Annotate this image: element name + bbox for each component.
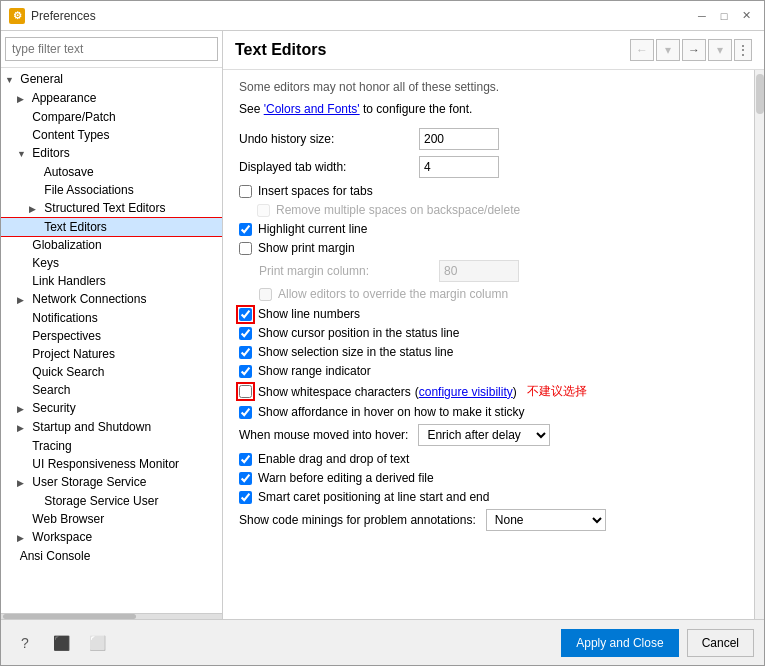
sidebar-item-editors[interactable]: ▼ Editors <box>1 144 222 163</box>
menu-button[interactable]: ⋮ <box>734 39 752 61</box>
show-whitespace-label: Show whitespace characters <box>258 385 411 399</box>
tab-width-label: Displayed tab width: <box>239 160 419 174</box>
back-button[interactable]: ← <box>630 39 654 61</box>
undo-history-row: Undo history size: <box>239 128 738 150</box>
enable-drag-drop-label: Enable drag and drop of text <box>258 452 409 466</box>
configure-visibility-link[interactable]: configure visibility <box>419 385 513 399</box>
insert-spaces-checkbox[interactable] <box>239 185 252 198</box>
maximize-button[interactable]: □ <box>714 7 734 25</box>
allow-override-checkbox[interactable] <box>259 288 272 301</box>
import-button[interactable]: ⬜ <box>83 629 111 657</box>
content-body: Some editors may not honor all of these … <box>223 70 754 619</box>
link-line: See 'Colors and Fonts' to configure the … <box>239 102 738 116</box>
sidebar-item-ansi-console[interactable]: Ansi Console <box>1 547 222 565</box>
sidebar-label-perspectives: Perspectives <box>32 329 101 343</box>
show-affordance-checkbox[interactable] <box>239 406 252 419</box>
show-print-margin-checkbox[interactable] <box>239 242 252 255</box>
print-margin-input[interactable] <box>439 260 519 282</box>
code-minings-row: Show code minings for problem annotation… <box>239 509 738 531</box>
show-whitespace-checkbox[interactable] <box>239 385 252 398</box>
sidebar-item-perspectives[interactable]: Perspectives <box>1 327 222 345</box>
export-button[interactable]: ⬛ <box>47 629 75 657</box>
remove-spaces-checkbox[interactable] <box>257 204 270 217</box>
sidebar-label-editors: Editors <box>32 146 69 160</box>
expand-icon-general: ▼ <box>5 71 17 89</box>
undo-history-label: Undo history size: <box>239 132 419 146</box>
enable-drag-drop-row: Enable drag and drop of text <box>239 452 738 466</box>
link-suffix: to configure the font. <box>360 102 473 116</box>
sidebar-item-link-handlers[interactable]: Link Handlers <box>1 272 222 290</box>
apply-close-button[interactable]: Apply and Close <box>561 629 678 657</box>
highlight-line-checkbox[interactable] <box>239 223 252 236</box>
sidebar-label-appearance: Appearance <box>32 91 97 105</box>
sidebar-item-workspace[interactable]: ▶ Workspace <box>1 528 222 547</box>
footer-actions: Apply and Close Cancel <box>561 629 754 657</box>
sidebar-label-network: Network Connections <box>32 292 146 306</box>
forward-button[interactable]: → <box>682 39 706 61</box>
sidebar-item-structured-text-editors[interactable]: ▶ Structured Text Editors <box>1 199 222 218</box>
sidebar-item-quick-search[interactable]: Quick Search <box>1 363 222 381</box>
help-button[interactable]: ? <box>11 629 39 657</box>
link-prefix: See <box>239 102 264 116</box>
sidebar-item-startup-shutdown[interactable]: ▶ Startup and Shutdown <box>1 418 222 437</box>
sidebar-item-web-browser[interactable]: Web Browser <box>1 510 222 528</box>
sidebar-item-tracing[interactable]: Tracing <box>1 437 222 455</box>
show-selection-size-label: Show selection size in the status line <box>258 345 453 359</box>
sidebar-label-search: Search <box>32 383 70 397</box>
allow-override-row: Allow editors to override the margin col… <box>239 287 738 301</box>
show-line-numbers-checkbox[interactable] <box>239 308 252 321</box>
sidebar-item-general[interactable]: ▼ General <box>1 70 222 89</box>
scrollbar-thumb-v <box>756 74 764 114</box>
footer-icons: ? ⬛ ⬜ <box>11 629 111 657</box>
tree-container[interactable]: ▼ General ▶ Appearance Compare/Patch Con… <box>1 68 222 613</box>
vertical-scrollbar[interactable] <box>754 70 764 619</box>
sidebar-label-file-assoc: File Associations <box>44 183 133 197</box>
show-range-indicator-checkbox[interactable] <box>239 365 252 378</box>
enable-drag-drop-checkbox[interactable] <box>239 453 252 466</box>
sidebar-item-security[interactable]: ▶ Security <box>1 399 222 418</box>
sidebar-item-autosave[interactable]: Autosave <box>1 163 222 181</box>
minimize-button[interactable]: ─ <box>692 7 712 25</box>
colors-fonts-link[interactable]: 'Colors and Fonts' <box>264 102 360 116</box>
sidebar-item-keys[interactable]: Keys <box>1 254 222 272</box>
sidebar-item-project-natures[interactable]: Project Natures <box>1 345 222 363</box>
search-input[interactable] <box>5 37 218 61</box>
sidebar-label-ansi: Ansi Console <box>20 549 91 563</box>
sidebar-item-file-associations[interactable]: File Associations <box>1 181 222 199</box>
content-header: Text Editors ← ▾ → ▾ ⋮ <box>223 31 764 70</box>
insert-spaces-row: Insert spaces for tabs <box>239 184 738 198</box>
sidebar-item-network-connections[interactable]: ▶ Network Connections <box>1 290 222 309</box>
sidebar-item-notifications[interactable]: Notifications <box>1 309 222 327</box>
sidebar-item-ui-responsiveness[interactable]: UI Responsiveness Monitor <box>1 455 222 473</box>
code-minings-dropdown[interactable]: None All Errors only <box>486 509 606 531</box>
show-affordance-label: Show affordance in hover on how to make … <box>258 405 525 419</box>
sidebar-item-globalization[interactable]: Globalization <box>1 236 222 254</box>
warn-before-editing-checkbox[interactable] <box>239 472 252 485</box>
tab-width-input[interactable] <box>419 156 499 178</box>
hover-dropdown[interactable]: Enrich after delay Enrich immediately Ne… <box>418 424 550 446</box>
sidebar-item-storage-service-user[interactable]: Storage Service User <box>1 492 222 510</box>
sidebar-item-compare-patch[interactable]: Compare/Patch <box>1 108 222 126</box>
allow-override-label: Allow editors to override the margin col… <box>278 287 508 301</box>
sidebar-label-link: Link Handlers <box>32 274 105 288</box>
sidebar-item-text-editors[interactable]: Text Editors <box>1 218 222 236</box>
sidebar-label-web: Web Browser <box>32 512 104 526</box>
show-cursor-pos-checkbox[interactable] <box>239 327 252 340</box>
show-selection-size-checkbox[interactable] <box>239 346 252 359</box>
sidebar-item-user-storage[interactable]: ▶ User Storage Service <box>1 473 222 492</box>
close-button[interactable]: ✕ <box>736 7 756 25</box>
content-title: Text Editors <box>235 41 326 59</box>
sidebar-item-content-types[interactable]: Content Types <box>1 126 222 144</box>
sidebar-label-compare: Compare/Patch <box>32 110 115 124</box>
forward-dropdown2[interactable]: ▾ <box>708 39 732 61</box>
sidebar-label-structured: Structured Text Editors <box>44 201 165 215</box>
smart-caret-label: Smart caret positioning at line start an… <box>258 490 489 504</box>
forward-dropdown[interactable]: ▾ <box>656 39 680 61</box>
smart-caret-checkbox[interactable] <box>239 491 252 504</box>
cancel-button[interactable]: Cancel <box>687 629 754 657</box>
footer: ? ⬛ ⬜ Apply and Close Cancel <box>1 619 764 665</box>
undo-history-input[interactable] <box>419 128 499 150</box>
sidebar-item-appearance[interactable]: ▶ Appearance <box>1 89 222 108</box>
content-area: Text Editors ← ▾ → ▾ ⋮ Some editors may … <box>223 31 764 619</box>
sidebar-item-search[interactable]: Search <box>1 381 222 399</box>
